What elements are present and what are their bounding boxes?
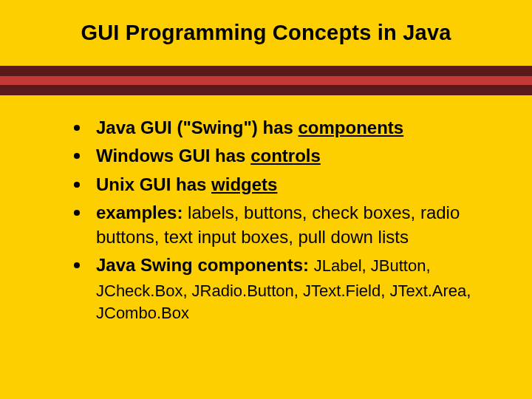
bullet-text: Java GUI ("Swing") has components — [96, 116, 403, 140]
stripe-dark-top — [0, 66, 532, 76]
bullet-item: Java GUI ("Swing") has components — [74, 116, 488, 140]
bullet-pre: Unix GUI has — [96, 174, 211, 194]
stripe-light — [0, 76, 532, 85]
bullet-rest: JLabel, JButton, — [314, 256, 431, 275]
slide-title: GUI Programming Concepts in Java — [0, 0, 532, 66]
bullet-dot-icon — [74, 153, 80, 159]
bullet-pre: Windows GUI has — [96, 146, 250, 166]
bullet-item: examples: labels, buttons, check boxes, … — [74, 201, 488, 249]
bullet-dot-icon — [74, 125, 80, 131]
bullet-underline: widgets — [211, 174, 277, 194]
bullet-underline: components — [299, 117, 404, 137]
bullet-dot-icon — [74, 210, 80, 216]
bullet-bold: examples: — [96, 202, 188, 222]
stripe-dark-bottom — [0, 85, 532, 95]
bullet-bold: Java Swing components: — [96, 255, 314, 275]
bullet-item: Windows GUI has controls — [74, 144, 488, 168]
content-area: Java GUI ("Swing") has components Window… — [0, 95, 532, 324]
slide-container: GUI Programming Concepts in Java Java GU… — [0, 0, 532, 399]
bullet-item: Java Swing components: JLabel, JButton, … — [74, 253, 488, 324]
bullet-continuation: JCheck.Box, JRadio.Button, JText.Field, … — [96, 280, 488, 324]
bullet-dot-icon — [74, 262, 80, 268]
bullet-dot-icon — [74, 182, 80, 188]
bullet-text: Java Swing components: JLabel, JButton, … — [96, 253, 488, 324]
decorative-stripe — [0, 66, 532, 95]
bullet-item: Unix GUI has widgets — [74, 173, 488, 197]
bullet-pre: Java GUI ("Swing") has — [96, 117, 299, 137]
bullet-text: Windows GUI has controls — [96, 144, 321, 168]
bullet-text: Unix GUI has widgets — [96, 173, 277, 197]
bullet-underline: controls — [250, 146, 321, 166]
bullet-text: examples: labels, buttons, check boxes, … — [96, 201, 488, 249]
